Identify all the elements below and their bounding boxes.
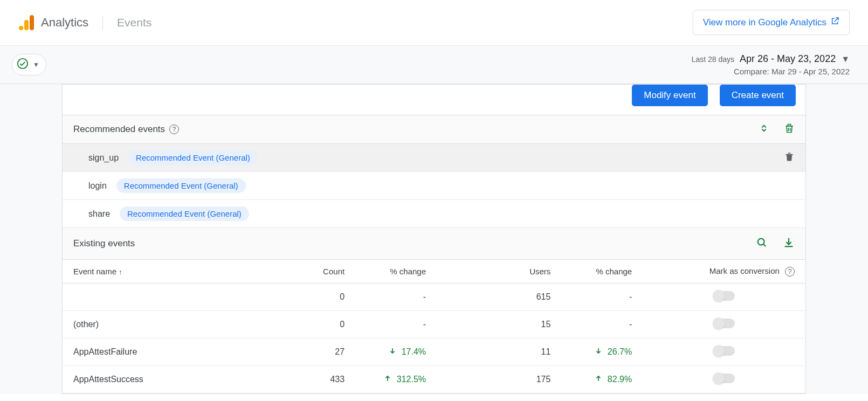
col-users[interactable]: Users	[437, 260, 561, 284]
count-change-cell: 312.5%	[366, 375, 426, 384]
count-cell: 0	[296, 311, 356, 338]
recommended-badge: Recommended Event (General)	[116, 178, 246, 193]
count-cell: 27	[296, 338, 356, 366]
chevron-down-icon: ▼	[33, 61, 39, 68]
recommended-header: Recommended events ?	[63, 115, 805, 144]
event-name-cell: AppAttestSuccess	[63, 366, 296, 393]
recommended-badge: Recommended Event (General)	[120, 206, 249, 221]
recommended-badge: Recommended Event (General)	[128, 150, 258, 165]
conversion-cell	[643, 311, 805, 338]
brand-block: Analytics Events	[18, 15, 151, 31]
users-cell: 615	[437, 284, 561, 311]
brand-divider	[102, 16, 103, 30]
top-header: Analytics Events View more in Google Ana…	[0, 0, 868, 45]
conversion-toggle[interactable]	[713, 346, 735, 356]
count-change-cell: -	[366, 320, 426, 329]
table-row[interactable]: (other)0-15-	[63, 311, 805, 338]
recommended-title-wrap: Recommended events ?	[73, 124, 179, 135]
page-body: Modify event Create event Recommended ev…	[0, 84, 868, 394]
svg-rect-2	[30, 15, 34, 30]
conversion-toggle[interactable]	[713, 291, 735, 301]
analytics-logo-icon	[18, 15, 35, 31]
external-link-icon	[831, 17, 839, 28]
filter-bar: ▼ Last 28 days Apr 26 - May 23, 2022 ▼ C…	[0, 45, 868, 84]
events-table: Event name ↑ Count % change Users % chan…	[63, 260, 805, 393]
date-range-text: Apr 26 - May 23, 2022	[740, 53, 836, 65]
conversion-cell	[643, 284, 805, 311]
svg-rect-1	[24, 20, 29, 30]
recommended-row[interactable]: loginRecommended Event (General)	[63, 172, 805, 200]
section-name: Events	[117, 16, 151, 29]
col-mark-conversion: Mark as conversion ?	[643, 260, 805, 284]
sort-toggle-icon[interactable]	[759, 123, 769, 135]
help-icon[interactable]: ?	[785, 267, 795, 276]
delete-icon[interactable]	[784, 151, 795, 164]
check-circle-icon	[17, 58, 29, 72]
date-prefix: Last 28 days	[692, 55, 734, 64]
col-event-name[interactable]: Event name ↑	[63, 260, 296, 284]
count-change-cell: 17.4%	[366, 347, 426, 357]
view-more-button[interactable]: View more in Google Analytics	[693, 10, 850, 35]
users-cell: 175	[437, 366, 561, 393]
table-row[interactable]: AppAttestSuccess433312.5%17582.9%	[63, 366, 805, 393]
conversion-toggle[interactable]	[713, 374, 735, 383]
recommended-row[interactable]: shareRecommended Event (General)	[63, 200, 805, 228]
product-name: Analytics	[41, 16, 88, 30]
event-name-cell	[63, 284, 296, 311]
col-count-change[interactable]: % change	[355, 260, 437, 284]
existing-header: Existing events	[63, 228, 805, 260]
svg-point-4	[758, 239, 764, 245]
recommended-event-name: login	[88, 181, 107, 191]
modify-event-button[interactable]: Modify event	[632, 85, 707, 106]
col-count[interactable]: Count	[296, 260, 356, 284]
arrow-up-icon	[384, 375, 391, 384]
count-cell: 433	[296, 366, 356, 393]
conversion-cell	[643, 366, 805, 393]
date-range-picker[interactable]: Last 28 days Apr 26 - May 23, 2022 ▼	[692, 53, 850, 65]
existing-actions	[756, 237, 795, 251]
delete-all-icon[interactable]	[784, 123, 795, 136]
recommended-event-name: share	[88, 209, 110, 219]
create-event-button[interactable]: Create event	[720, 85, 796, 106]
users-change-cell: 82.9%	[572, 375, 632, 384]
conversion-toggle[interactable]	[713, 319, 735, 328]
arrow-up-icon	[595, 375, 602, 384]
conversion-cell	[643, 338, 805, 366]
count-change-cell: -	[366, 292, 426, 302]
recommended-row[interactable]: sign_upRecommended Event (General)	[63, 144, 805, 172]
help-icon[interactable]: ?	[169, 125, 179, 134]
recommended-actions	[759, 123, 795, 136]
users-change-cell: -	[572, 292, 632, 302]
users-cell: 11	[437, 338, 561, 366]
event-actions-row: Modify event Create event	[63, 85, 805, 115]
svg-point-0	[19, 26, 23, 30]
col-users-change[interactable]: % change	[561, 260, 643, 284]
existing-title: Existing events	[73, 238, 135, 249]
view-more-label: View more in Google Analytics	[703, 17, 826, 28]
event-name-cell: (other)	[63, 311, 296, 338]
count-cell: 0	[296, 284, 356, 311]
events-card: Modify event Create event Recommended ev…	[62, 84, 806, 394]
event-name-cell: AppAttestFailure	[63, 338, 296, 366]
recommended-event-name: sign_up	[88, 153, 119, 163]
users-change-cell: 26.7%	[572, 347, 632, 357]
users-cell: 15	[437, 311, 561, 338]
date-range-block: Last 28 days Apr 26 - May 23, 2022 ▼ Com…	[692, 53, 850, 76]
chevron-down-icon: ▼	[841, 54, 850, 64]
download-icon[interactable]	[783, 237, 795, 251]
status-filter-chip[interactable]: ▼	[12, 54, 46, 75]
table-row[interactable]: AppAttestFailure2717.4%1126.7%	[63, 338, 805, 366]
table-row[interactable]: 0-615-	[63, 284, 805, 311]
arrow-down-icon	[595, 347, 602, 357]
svg-point-3	[18, 59, 27, 68]
sort-ascending-icon: ↑	[119, 268, 122, 276]
date-compare-text: Compare: Mar 29 - Apr 25, 2022	[692, 67, 850, 76]
users-change-cell: -	[572, 320, 632, 329]
recommended-title: Recommended events	[73, 124, 165, 135]
search-icon[interactable]	[756, 237, 768, 251]
arrow-down-icon	[389, 347, 396, 357]
